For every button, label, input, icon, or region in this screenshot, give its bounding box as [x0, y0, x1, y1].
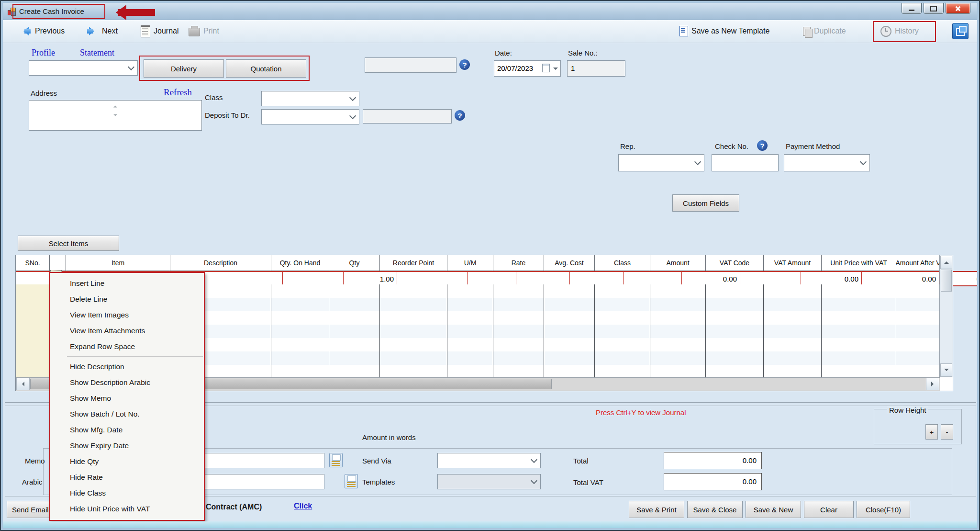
custom-fields-button[interactable]: Custom Fields [672, 194, 739, 212]
table-cell[interactable] [468, 272, 516, 285]
footer-close-f10--button[interactable]: Close(F10) [857, 501, 910, 518]
refresh-link[interactable]: Refresh [164, 87, 192, 98]
column-header-vat-code[interactable]: VAT Code [706, 255, 764, 271]
select-items-button[interactable]: Select Items [18, 236, 119, 251]
table-cell[interactable]: 1.00 [344, 272, 397, 285]
address-label: Address [31, 89, 57, 97]
context-menu-item-show-description-arabic[interactable]: Show Description Arabic [50, 374, 204, 390]
help-icon[interactable]: ? [459, 59, 470, 70]
table-cell[interactable]: 0.00 [801, 272, 862, 285]
rep-combo[interactable] [618, 154, 704, 171]
toolbar-previous-button[interactable]: Previous [19, 23, 65, 39]
context-menu-item-show-memo[interactable]: Show Memo [50, 390, 204, 406]
grid-context-menu: Insert LineDelete LineView Item ImagesVi… [49, 272, 205, 521]
footer-save-close-button[interactable]: Save & Close [687, 501, 743, 518]
deposit-to-dr-combo[interactable] [261, 109, 359, 124]
column-header-reorder-point[interactable]: Reorder Point [380, 255, 447, 271]
window-switch-icon[interactable] [952, 23, 969, 39]
scroll-down-icon[interactable] [113, 114, 117, 118]
help-icon[interactable]: ? [455, 110, 465, 121]
toolbar-next-button[interactable]: Next [86, 23, 118, 39]
toolbar-history-button[interactable]: History [880, 23, 919, 39]
address-textarea[interactable] [29, 100, 202, 131]
quotation-button[interactable]: Quotation [226, 59, 306, 78]
context-menu-item-expand-row-space[interactable]: Expand Row Space [50, 339, 204, 354]
table-cell[interactable] [624, 272, 682, 285]
footer-save-print-button[interactable]: Save & Print [629, 501, 684, 518]
column-header-amount[interactable]: Amount [650, 255, 706, 271]
scroll-down-button[interactable] [940, 363, 952, 377]
scroll-right-button[interactable] [926, 378, 939, 390]
row-height-decrease-button[interactable]: - [941, 424, 953, 440]
maximize-button[interactable] [924, 3, 944, 14]
class-combo[interactable] [261, 91, 359, 106]
save-memo-icon[interactable] [329, 453, 343, 467]
toolbar-save-as-new-template-button[interactable]: Save as New Template [679, 23, 769, 39]
context-menu-item-hide-qty[interactable]: Hide Qty [50, 453, 204, 469]
deposit-account-field[interactable] [363, 109, 452, 124]
footer-save-new-button[interactable]: Save & New [746, 501, 801, 518]
create-cash-invoice-window: Create Cash Invoice PreviousNextJournalP… [0, 0, 980, 531]
context-menu-item-hide-rate[interactable]: Hide Rate [50, 469, 204, 485]
context-menu-item-hide-description[interactable]: Hide Description [50, 359, 204, 374]
table-cell[interactable] [570, 272, 624, 285]
save-arabic-memo-icon[interactable] [345, 474, 358, 488]
context-menu-item-hide-class[interactable]: Hide Class [50, 485, 204, 501]
column-header-unit-price-with-vat[interactable]: Unit Price with VAT [822, 255, 896, 271]
chevron-down-icon [349, 113, 356, 119]
table-cell[interactable]: 0.00 [682, 272, 740, 285]
context-menu-item-show-mfg-date[interactable]: Show Mfg. Date [50, 422, 204, 438]
table-cell[interactable] [397, 272, 468, 285]
context-menu-item-delete-line[interactable]: Delete Line [50, 291, 204, 307]
column-header-handle[interactable] [50, 255, 66, 271]
column-header-sno-[interactable]: SNo. [16, 255, 50, 271]
column-header-description[interactable]: Description [170, 255, 271, 271]
minimize-button[interactable] [902, 3, 922, 14]
context-menu-item-insert-line[interactable]: Insert Line [50, 275, 204, 291]
column-header-item[interactable]: Item [66, 255, 170, 271]
scroll-up-icon[interactable] [113, 103, 117, 107]
vscroll-thumb[interactable] [941, 270, 952, 292]
date-dropdown-icon[interactable] [553, 68, 558, 72]
date-value: 20/07/2023 [497, 64, 533, 72]
table-cell[interactable] [516, 272, 570, 285]
send-via-combo[interactable] [437, 453, 541, 468]
context-menu-item-hide-unit-price-with-vat[interactable]: Hide Unit Price with VAT [50, 501, 204, 517]
table-empty-column [329, 284, 380, 377]
table-cell[interactable] [283, 272, 344, 285]
templates-combo[interactable] [437, 474, 541, 489]
statement-link[interactable]: Statement [80, 48, 114, 58]
row-height-increase-button[interactable]: + [925, 424, 938, 440]
context-menu-item-show-expiry-date[interactable]: Show Expiry Date [50, 438, 204, 453]
date-picker[interactable]: 20/07/2023 [494, 60, 561, 77]
close-button[interactable] [946, 3, 970, 14]
check-no-field[interactable] [712, 154, 779, 171]
context-menu-item-view-item-attachments[interactable]: View Item Attachments [50, 323, 204, 339]
help-icon[interactable]: ? [757, 140, 768, 151]
column-header-rate[interactable]: Rate [493, 255, 544, 271]
profile-link[interactable]: Profile [32, 48, 55, 58]
contract-click-link[interactable]: Click [294, 502, 312, 510]
column-header-qty[interactable]: Qty [329, 255, 380, 271]
reference-field[interactable] [365, 57, 457, 73]
delivery-button[interactable]: Delivery [144, 59, 224, 78]
footer-clear-button[interactable]: Clear [804, 501, 854, 518]
column-header-u-m[interactable]: U/M [447, 255, 493, 271]
column-header-qty-on-hand[interactable]: Qty. On Hand [271, 255, 329, 271]
column-header-vat-amount[interactable]: VAT Amount [764, 255, 822, 271]
profile-combo[interactable] [29, 60, 138, 76]
column-header-avg-cost[interactable]: Avg. Cost [544, 255, 595, 271]
sale-no-field[interactable]: 1 [567, 60, 625, 77]
payment-method-combo[interactable] [784, 154, 870, 171]
vertical-scrollbar[interactable] [939, 255, 953, 377]
column-header-class[interactable]: Class [595, 255, 650, 271]
context-menu-item-show-batch-lot-no-[interactable]: Show Batch / Lot No. [50, 406, 204, 422]
table-cell[interactable] [740, 272, 801, 285]
scroll-up-button[interactable] [940, 256, 952, 269]
context-menu-item-view-item-images[interactable]: View Item Images [50, 307, 204, 323]
scroll-left-button[interactable] [16, 378, 30, 390]
toolbar-journal-button[interactable]: Journal [141, 23, 178, 39]
table-cell[interactable] [16, 272, 53, 285]
toolbar-duplicate-button[interactable]: Duplicate [803, 23, 846, 39]
table-cell[interactable]: 0.00 [862, 272, 939, 285]
